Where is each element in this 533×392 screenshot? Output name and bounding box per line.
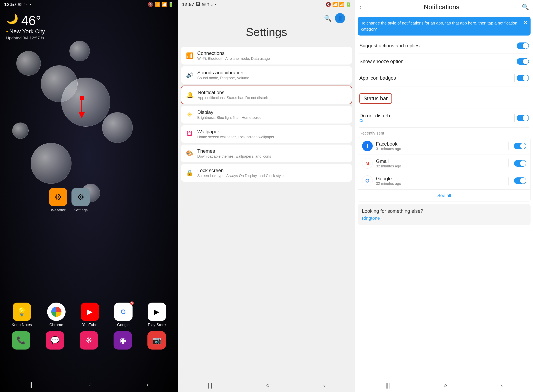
- google-badge: 5: [130, 301, 134, 305]
- settings-circle-icon: ○: [210, 2, 213, 7]
- app-settings[interactable]: ⚙ Settings: [71, 188, 90, 212]
- settings-nav-back[interactable]: ‹: [323, 382, 325, 389]
- nav-home-btn[interactable]: ○: [89, 381, 92, 388]
- app-galaxy[interactable]: ◉: [113, 331, 132, 351]
- app-chrome[interactable]: Chrome: [47, 303, 65, 327]
- settings-nav-menu[interactable]: |||: [208, 382, 212, 389]
- wifi-icon: 📶: [154, 2, 160, 7]
- themes-subtitle: Downloadable themes, wallpapers, and ico…: [197, 154, 348, 159]
- connections-text: Connections Wi-Fi, Bluetooth, Airplane m…: [197, 51, 348, 61]
- app-play-store[interactable]: ▶ Play Store: [148, 303, 166, 327]
- app-phone[interactable]: 📞: [12, 331, 30, 351]
- do-not-disturb-status: On: [360, 119, 390, 123]
- connections-subtitle: Wi-Fi, Bluetooth, Airplane mode, Data us…: [197, 56, 348, 61]
- facebook-row[interactable]: f Facebook 31 minutes ago: [358, 137, 530, 155]
- settings-panel: 12:57 🖼 ✉ f ○ • 🔇 📶 📶 🔋 🔍 👤 Settings 📶 C…: [178, 0, 355, 392]
- settings-item-display[interactable]: ☀ Display Brightness, Blue light filter,…: [181, 106, 352, 124]
- notif-nav-back[interactable]: ‹: [501, 382, 503, 389]
- play-store-label: Play Store: [148, 322, 166, 327]
- keep-notes-icon: 💡: [17, 307, 27, 317]
- settings-item-sounds[interactable]: 🔊 Sounds and vibration Sound mode, Ringt…: [181, 66, 352, 84]
- settings-status-right: 🔇 📶 📶 🔋: [326, 2, 351, 7]
- notifications-search-icon[interactable]: 🔍: [522, 4, 529, 10]
- app-keep-notes[interactable]: 💡 Keep Notes: [12, 303, 32, 327]
- chrome-label: Chrome: [49, 322, 63, 327]
- google-info: Google 32 minutes ago: [376, 176, 503, 186]
- nav-back-btn[interactable]: ‹: [146, 381, 148, 388]
- settings-item-wallpaper[interactable]: 🖼 Wallpaper Home screen wallpaper, Lock …: [181, 125, 352, 143]
- suggest-actions-toggle[interactable]: [517, 42, 529, 49]
- banner-close-button[interactable]: ✕: [524, 20, 527, 25]
- looking-for-section: Looking for something else? Ringtone: [358, 204, 531, 225]
- settings-item-connections[interactable]: 📶 Connections Wi-Fi, Bluetooth, Airplane…: [181, 47, 352, 65]
- settings-avatar[interactable]: 👤: [335, 13, 345, 23]
- ringtone-link[interactable]: Ringtone: [362, 216, 526, 221]
- google-icon: G: [121, 308, 126, 316]
- facebook-toggle[interactable]: [514, 143, 526, 149]
- status-right: 🔇 📶 📶 🔋: [148, 2, 173, 7]
- google-label: Google: [117, 322, 130, 327]
- temperature-value: 46°: [21, 13, 41, 28]
- refresh-icon: ↻: [41, 36, 44, 40]
- lock-screen-subtitle: Screen lock type, Always On Display, and…: [197, 174, 348, 178]
- settings-item-notifications[interactable]: 🔔 Notifications App notifications, Statu…: [181, 86, 352, 104]
- status-left: 12:57 ✉ f ○ •: [4, 2, 31, 7]
- show-snooze-row: Show snooze option: [360, 54, 529, 70]
- gmail-row[interactable]: M Gmail 32 minutes ago: [358, 155, 530, 172]
- do-not-disturb-toggle[interactable]: [517, 115, 529, 121]
- notif-nav-home[interactable]: ○: [444, 382, 447, 389]
- suggest-actions-row: Suggest actions and replies: [360, 38, 529, 54]
- app-weather[interactable]: ⚙ Weather: [49, 188, 67, 212]
- weather-updated: Updated 3/4 12:57 ↻: [6, 36, 172, 40]
- show-snooze-toggle[interactable]: [517, 58, 529, 65]
- dot-icon: •: [30, 3, 31, 6]
- weather-app-label: Weather: [51, 208, 65, 212]
- app-messages[interactable]: 💬: [46, 331, 64, 351]
- apps-grid: 💡 Keep Notes Chrome ▶ YouTube G 5: [0, 303, 178, 355]
- keep-notes-label: Keep Notes: [12, 322, 32, 327]
- galaxy-icon: ◉: [120, 336, 126, 345]
- app-google[interactable]: G 5 Google: [114, 303, 132, 327]
- weather-city: ● New York City: [6, 28, 172, 35]
- settings-search-icon[interactable]: 🔍: [324, 15, 332, 22]
- themes-title: Themes: [197, 148, 348, 154]
- google-row[interactable]: G Google 32 minutes ago: [358, 172, 530, 189]
- app-youtube[interactable]: ▶ YouTube: [81, 303, 99, 327]
- settings-item-lock-screen[interactable]: 🔒 Lock screen Screen lock type, Always O…: [181, 164, 352, 182]
- nav-menu-btn[interactable]: |||: [29, 381, 34, 388]
- dnd-divider: [514, 114, 515, 122]
- settings-item-themes[interactable]: 🎨 Themes Downloadable themes, wallpapers…: [181, 145, 352, 162]
- recently-sent-label: Recently sent: [355, 128, 533, 137]
- settings-app-label: Settings: [74, 208, 88, 212]
- do-not-disturb-info: Do not disturb On: [360, 113, 390, 123]
- notif-nav-menu[interactable]: |||: [386, 382, 390, 389]
- bubble-decoration: [16, 51, 41, 75]
- settings-bottom-nav: ||| ○ ‹: [178, 379, 355, 392]
- notifications-back-button[interactable]: ‹: [360, 4, 361, 10]
- app-camera[interactable]: 📷: [147, 331, 166, 351]
- notifications-panel: ‹ Notifications 🔍 To change the style of…: [355, 0, 533, 392]
- notifications-toggles-section: Suggest actions and replies Show snooze …: [355, 38, 533, 87]
- status-bar-button[interactable]: Status bar: [360, 93, 392, 104]
- gmail-time: 32 minutes ago: [376, 164, 503, 168]
- facebook-app-icon: f: [362, 141, 373, 151]
- messages-icon: 💬: [51, 336, 60, 345]
- battery-icon: 🔋: [168, 2, 173, 7]
- gmail-toggle[interactable]: [514, 160, 526, 167]
- settings-dot-icon: •: [215, 2, 216, 7]
- see-all-button[interactable]: See all: [358, 189, 530, 201]
- google-toggle[interactable]: [514, 177, 526, 184]
- connections-title: Connections: [197, 51, 348, 56]
- settings-search-bar: 🔍 👤: [184, 13, 349, 25]
- app-icon-badges-toggle[interactable]: [517, 75, 529, 81]
- settings-email-icon: 🖼: [196, 2, 200, 7]
- bixby-icon: ❋: [86, 336, 92, 345]
- youtube-label: YouTube: [82, 322, 97, 327]
- display-title: Display: [197, 109, 348, 115]
- settings-nav-home[interactable]: ○: [266, 382, 270, 389]
- wallpaper-title: Wallpaper: [197, 129, 348, 135]
- settings-signal-icon: 📶: [339, 2, 345, 7]
- app-bixby[interactable]: ❋: [80, 331, 98, 351]
- google-divider: [509, 177, 509, 185]
- sounds-icon: 🔊: [185, 71, 194, 80]
